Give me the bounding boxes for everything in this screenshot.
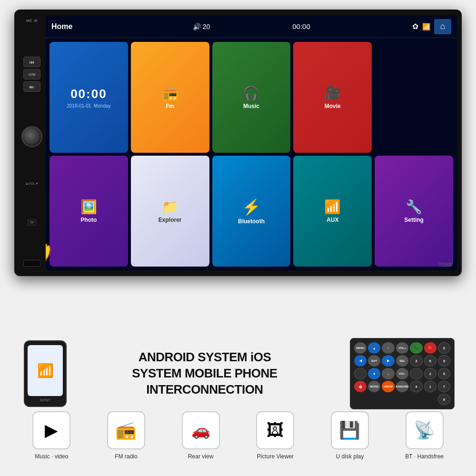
remote-5[interactable]: 5: [438, 368, 450, 379]
clock-date: 2018-01-01 Monday: [67, 103, 110, 109]
remote-menu[interactable]: MENU: [354, 342, 367, 354]
remote-2[interactable]: 2: [424, 368, 436, 379]
knob-inner: [25, 130, 39, 143]
remote-sel[interactable]: SEL: [396, 355, 409, 367]
remote-6[interactable]: 6: [424, 355, 436, 367]
remote-mode[interactable]: MODE: [368, 381, 380, 392]
ir-label: IR: [34, 19, 38, 22]
aux-icon: 📶: [324, 199, 341, 215]
remote-8-b[interactable]: 8: [438, 394, 450, 405]
brightness-icon: ✿: [412, 22, 418, 31]
feature-row: ▶ Music · video 📻 FM radio 🚗 Rear view 🖼…: [14, 405, 462, 466]
music-video-icon-box: ▶: [32, 411, 70, 449]
feature-rear-view: 🚗 Rear view: [170, 411, 232, 460]
remote-usb-sd[interactable]: USB/SD: [382, 381, 394, 392]
home-button[interactable]: ⌂: [434, 19, 451, 34]
remote-vol-minus[interactable]: VOL-: [396, 368, 409, 379]
app-grid: 00:00 2018-01-01 Monday 📻 Fm 🎧 Music 🎥 M…: [46, 38, 457, 270]
u-disk-label: U disk play: [336, 453, 364, 460]
music-video-icon: ▶: [45, 420, 58, 440]
remote-up[interactable]: ▲: [368, 342, 380, 354]
top-icons: ✿ 📶 ⌂: [351, 19, 451, 34]
remote-call[interactable]: 📞: [410, 342, 422, 354]
remote-vol-up-arrow[interactable]: ↑: [382, 342, 394, 354]
app-setting[interactable]: 🔧 Setting: [375, 156, 453, 267]
left-controls: MIC IR ⏮ O/M ⏭ ▲VOL▼ TF: [18, 15, 46, 270]
app-aux[interactable]: 📶 AUX: [293, 156, 372, 267]
remote-extra-row: 8: [354, 394, 450, 405]
fm-label: Fm: [166, 103, 174, 109]
mode-button[interactable]: O/M: [23, 69, 40, 79]
remote-9[interactable]: 9: [438, 355, 450, 367]
remote-down[interactable]: ▼: [368, 368, 380, 379]
bt-handsfree-label: BT · Handsfree: [405, 453, 443, 460]
remote-band[interactable]: BAND/AMS: [396, 381, 409, 392]
app-music[interactable]: 🎧 Music: [212, 42, 291, 153]
volume-knob[interactable]: [21, 126, 42, 147]
app-explorer[interactable]: 📁 Explorer: [131, 156, 209, 267]
volume-icon: 🔊: [193, 23, 201, 30]
wifi-signal-icon: 📶: [37, 363, 54, 378]
remote-4[interactable]: 4: [410, 381, 422, 392]
bluetooth-label: Bluetooth: [238, 218, 265, 225]
empty-slot: [375, 42, 453, 153]
remote-left[interactable]: ◀: [354, 355, 367, 367]
screen-container: Home 🔊 20 00:00 ✿ 📶 ⌂ 00:00 2018-01-01 M…: [46, 15, 457, 270]
remote-7[interactable]: 7: [438, 381, 450, 392]
feature-picture-viewer: 🖼 Picture Viewer: [244, 411, 306, 460]
music-video-label: Music · video: [35, 453, 68, 460]
app-movie[interactable]: 🎥 Movie: [293, 42, 372, 153]
fm-radio-icon-box: 📻: [107, 411, 145, 449]
fm-icon: 📻: [162, 85, 178, 101]
feature-fm-radio: 📻 FM radio: [95, 411, 157, 460]
remote-right[interactable]: ▶: [382, 355, 394, 367]
app-photo[interactable]: 🖼️ Photo 👆: [50, 156, 128, 267]
remote-0[interactable]: 0: [438, 342, 450, 354]
clock-display-top: 00:00: [251, 22, 351, 30]
movie-icon: 🎥: [324, 85, 341, 101]
app-bluetooth[interactable]: ⚡ Bluetooth: [212, 156, 291, 267]
app-clock[interactable]: 00:00 2018-01-01 Monday: [50, 42, 128, 153]
fm-radio-icon: 📻: [115, 420, 137, 440]
clock-time: 00:00: [70, 87, 107, 101]
remote-end-call[interactable]: 🔴: [424, 342, 436, 354]
feature-u-disk: 💾 U disk play: [319, 411, 381, 460]
hand-cursor: 👆: [46, 229, 135, 270]
photo-label: Photo: [80, 217, 97, 223]
remote-vol-down-arrow[interactable]: ↓: [382, 368, 394, 379]
remote-vol-plus[interactable]: VOL+: [396, 342, 409, 354]
android-text: ANDROID SYSTEM iOS SYSTEM MOBILE PHONE I…: [76, 349, 333, 397]
rear-view-icon: 🚗: [191, 421, 210, 439]
picture-viewer-label: Picture Viewer: [257, 453, 294, 460]
picture-viewer-icon: 🖼: [267, 420, 284, 440]
remote-1[interactable]: 1: [424, 381, 436, 392]
volume-level: 20: [203, 23, 210, 30]
mic-label: MIC: [26, 19, 32, 22]
fm-radio-label: FM radio: [115, 453, 137, 460]
home-label: Home: [51, 22, 151, 31]
top-buttons: ⏮ O/M ⏭: [23, 57, 40, 92]
prev-button[interactable]: ⏮: [23, 57, 40, 67]
remote-empty2: [410, 368, 422, 379]
remote-grid: MENU ▲ ↑ VOL+ 📞 🔴 0 ◀ EHT ▶ SEL 3 6 9 ▼ …: [354, 342, 450, 392]
app-fm[interactable]: 📻 Fm: [131, 42, 209, 153]
android-line2: SYSTEM MOBILE PHONE: [76, 366, 333, 382]
rear-view-icon-box: 🚗: [182, 411, 220, 449]
picture-viewer-icon-box: 🖼: [256, 411, 294, 449]
stereo-unit: MIC IR ⏮ O/M ⏭ ▲VOL▼ TF Home 🔊 20 00:00: [14, 10, 462, 276]
remote-eht[interactable]: EHT: [368, 355, 380, 367]
bluetooth-icon: 📶: [422, 23, 430, 30]
setting-icon: 🔧: [406, 199, 422, 215]
explorer-icon: 📁: [162, 199, 178, 215]
next-button[interactable]: ⏭: [23, 81, 40, 92]
photo-icon: 🖼️: [80, 199, 97, 215]
rear-view-label: Rear view: [188, 453, 213, 460]
phone-screen: 📶: [28, 345, 63, 396]
setting-label: Setting: [404, 217, 424, 223]
u-disk-icon-box: 💾: [331, 411, 369, 449]
remote-3[interactable]: 3: [410, 355, 422, 367]
vol-label: ▲VOL▼: [25, 182, 39, 185]
android-line1: ANDROID SYSTEM iOS: [76, 349, 333, 366]
remote-power[interactable]: ⏻: [354, 381, 367, 392]
bluetooth-icon-tile: ⚡: [242, 198, 261, 216]
